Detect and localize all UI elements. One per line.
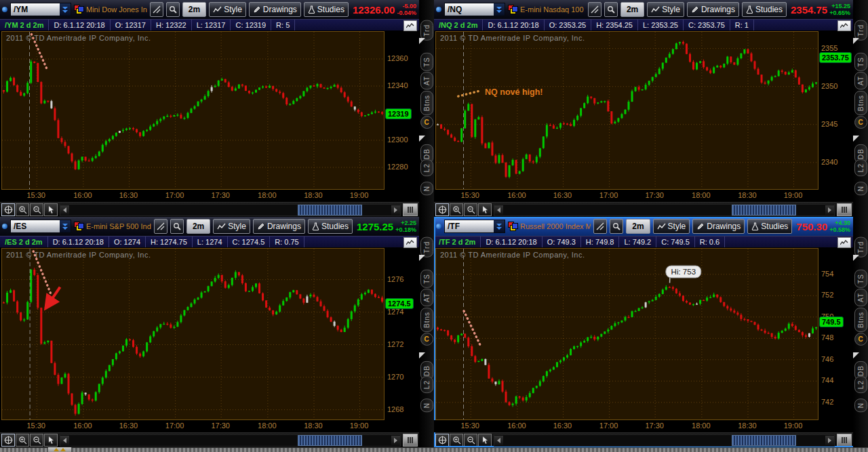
scrollbar-thumb[interactable] xyxy=(298,435,362,446)
chart-tools-button[interactable] xyxy=(154,219,167,234)
drawings-button[interactable]: Drawings xyxy=(692,219,745,234)
scrollbar-track[interactable] xyxy=(503,435,825,446)
side-tab-ts[interactable]: TS xyxy=(420,53,433,71)
time-axis[interactable]: 15:3016:0016:3017:0017:3018:0018:3019:00 xyxy=(434,190,853,202)
chevron-down-icon[interactable] xyxy=(494,220,505,232)
side-tab-n[interactable]: N xyxy=(854,182,867,195)
chart-plot-area[interactable]: 2011 © TD Ameritrade IP Company, Inc. xyxy=(1,31,384,190)
splitter-grip[interactable] xyxy=(403,203,418,216)
chart-settings-button[interactable] xyxy=(610,219,623,234)
studies-button[interactable]: Studies xyxy=(742,2,787,17)
zoom-out-button[interactable] xyxy=(30,203,43,216)
cursor-tool-button[interactable] xyxy=(478,434,492,447)
chart-tools-button[interactable] xyxy=(150,2,163,17)
symbol-combo[interactable]: /YM xyxy=(10,3,71,16)
side-tab-at[interactable]: AT xyxy=(854,289,867,306)
panel-collapse-wedge[interactable] xyxy=(419,38,425,44)
side-tab-ts[interactable]: TS xyxy=(854,53,867,71)
mini-chart-button[interactable] xyxy=(403,20,417,31)
symbol-input[interactable]: /NQ xyxy=(445,3,494,16)
price-axis[interactable]: 1236012340123001228012319 xyxy=(384,31,419,190)
side-tab-c[interactable]: C xyxy=(854,116,867,129)
side-tab-l2[interactable]: L2 xyxy=(854,159,867,176)
side-tab-btns[interactable]: Btns xyxy=(420,91,433,115)
drawings-button[interactable]: Drawings xyxy=(253,219,305,234)
studies-button[interactable]: Studies xyxy=(747,219,792,234)
scrollbar-track[interactable] xyxy=(69,435,391,446)
side-tab-at[interactable]: AT xyxy=(420,72,433,89)
splitter-grip[interactable] xyxy=(837,203,852,216)
scroll-right-arrow[interactable] xyxy=(391,436,400,445)
cursor-tool-button[interactable] xyxy=(44,203,58,216)
pan-tool-button[interactable] xyxy=(435,203,449,216)
pan-tool-button[interactable] xyxy=(1,203,15,216)
mini-chart-button[interactable] xyxy=(837,20,851,31)
scroll-left-arrow[interactable] xyxy=(494,205,503,215)
symbol-input[interactable]: /YM xyxy=(11,3,60,16)
scroll-right-arrow[interactable] xyxy=(825,205,834,215)
side-tab-btns[interactable]: Btns xyxy=(854,308,867,332)
drawings-button[interactable]: Drawings xyxy=(687,2,739,17)
symbol-combo[interactable]: /NQ xyxy=(444,3,505,16)
side-tab-l2[interactable]: L2 xyxy=(854,376,867,393)
pan-tool-button[interactable] xyxy=(435,434,449,447)
chart-settings-button[interactable] xyxy=(170,219,184,234)
side-tab-l2[interactable]: L2 xyxy=(420,376,433,393)
timeframe-button[interactable]: 2m xyxy=(186,219,210,234)
zoom-in-button[interactable] xyxy=(450,434,463,447)
scroll-left-arrow[interactable] xyxy=(60,205,69,215)
drawings-button[interactable]: Drawings xyxy=(249,2,301,17)
scroll-right-arrow[interactable] xyxy=(825,436,834,445)
chart-tools-button[interactable] xyxy=(593,219,607,234)
panel-collapse-wedge[interactable] xyxy=(853,38,859,44)
window-resize-strip[interactable] xyxy=(0,447,868,452)
chart-plot-area[interactable]: 2011 © TD Ameritrade IP Company, Inc. xyxy=(1,248,384,420)
panel-collapse-wedge[interactable] xyxy=(419,255,425,261)
price-axis[interactable]: 754752750748746744742749.5 xyxy=(818,248,853,420)
chevron-down-icon[interactable] xyxy=(60,220,71,232)
panel-collapse-wedge[interactable] xyxy=(419,136,425,142)
panel-collapse-wedge[interactable] xyxy=(853,352,859,358)
side-tab-at[interactable]: AT xyxy=(854,72,867,89)
style-button[interactable]: Style xyxy=(213,219,250,234)
side-tab-c[interactable]: C xyxy=(420,116,433,129)
zoom-out-button[interactable] xyxy=(464,203,477,216)
side-tab-ts[interactable]: TS xyxy=(854,270,867,288)
panel-collapse-wedge[interactable] xyxy=(853,136,859,142)
cursor-tool-button[interactable] xyxy=(44,434,58,447)
style-button[interactable]: Style xyxy=(653,219,690,234)
scrollbar-thumb[interactable] xyxy=(298,205,362,215)
zoom-in-button[interactable] xyxy=(16,434,29,447)
panel-collapse-wedge[interactable] xyxy=(853,255,859,261)
symbol-combo[interactable]: /TF xyxy=(444,220,505,233)
scrollbar-track[interactable] xyxy=(503,205,825,215)
scroll-left-arrow[interactable] xyxy=(494,436,503,445)
side-tab-btns[interactable]: Btns xyxy=(420,308,433,332)
timeframe-button[interactable]: 2m xyxy=(182,2,206,17)
mini-chart-button[interactable] xyxy=(837,237,851,248)
price-axis[interactable]: 127612741272127012681274.5 xyxy=(384,248,419,420)
scroll-left-arrow[interactable] xyxy=(60,436,69,445)
side-tab-ts[interactable]: TS xyxy=(420,270,433,288)
symbol-input[interactable]: /ES xyxy=(11,220,60,232)
timeframe-button[interactable]: 2m xyxy=(626,219,650,234)
chart-scrollbar[interactable] xyxy=(494,204,835,216)
side-tab-c[interactable]: C xyxy=(420,333,433,346)
symbol-combo[interactable]: /ES xyxy=(10,220,71,233)
splitter-grip[interactable] xyxy=(837,434,852,447)
splitter-grip[interactable] xyxy=(403,434,418,447)
link-group-icon[interactable] xyxy=(74,222,83,231)
style-button[interactable]: Style xyxy=(647,2,684,17)
chart-plot-area[interactable]: 2011 © TD Ameritrade IP Company, Inc. Hi… xyxy=(435,248,818,420)
zoom-in-button[interactable] xyxy=(16,203,29,216)
zoom-out-button[interactable] xyxy=(464,434,477,447)
panel-collapse-wedge[interactable] xyxy=(419,352,425,358)
side-tab-n[interactable]: N xyxy=(854,398,867,412)
link-group-icon[interactable] xyxy=(508,222,517,231)
timeframe-button[interactable]: 2m xyxy=(620,2,644,17)
chart-tools-button[interactable] xyxy=(588,2,601,17)
side-tab-l2[interactable]: L2 xyxy=(420,159,433,176)
side-tab-n[interactable]: N xyxy=(420,182,433,195)
chart-settings-button[interactable] xyxy=(166,2,180,17)
mini-chart-button[interactable] xyxy=(403,237,417,248)
